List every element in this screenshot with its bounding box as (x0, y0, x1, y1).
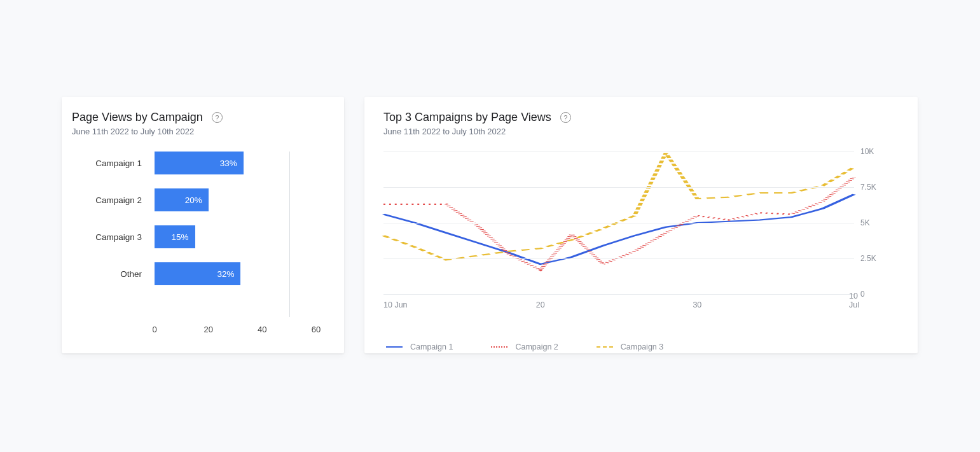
bar-category-label: Campaign 1 (72, 159, 148, 168)
line-chart-title: Top 3 Campaigns by Page Views (383, 111, 551, 124)
x-tick-label: 20 (536, 300, 545, 309)
bar-category-label: Other (72, 269, 148, 279)
series-line (383, 177, 854, 270)
bar-x-tick: 40 (258, 325, 266, 334)
bar-category-label: Campaign 3 (72, 232, 148, 242)
legend-label: Campaign 3 (621, 343, 663, 351)
help-icon[interactable]: ? (560, 112, 571, 123)
legend-item-campaign-3: Campaign 3 (597, 343, 663, 351)
y-tick-label: 5K (860, 218, 892, 227)
line-chart-header: Top 3 Campaigns by Page Views ? (383, 111, 899, 124)
line-chart-plot-area: 02.5K5K7.5K10K10 Jun203010 Jul (383, 152, 899, 317)
bar-x-tick: 60 (312, 325, 321, 334)
bar-row: Campaign 315% (155, 225, 316, 248)
grid-line (383, 152, 854, 152)
line-chart-card: Top 3 Campaigns by Page Views ? June 11t… (364, 97, 918, 353)
legend-label: Campaign 2 (515, 343, 558, 351)
bar-chart-header: Page Views by Campaign ? (72, 111, 334, 124)
bar-chart-subtitle: June 11th 2022 to July 10th 2022 (72, 127, 334, 136)
grid-line (383, 294, 854, 295)
legend-swatch (491, 346, 507, 348)
y-tick-label: 2.5K (860, 254, 892, 263)
grid-line (383, 258, 854, 259)
legend-swatch (597, 346, 613, 348)
series-line (383, 153, 854, 260)
legend-swatch (386, 346, 403, 348)
bar-row: Other32% (155, 262, 316, 285)
x-tick-label: 10 Jul (849, 292, 859, 309)
series-line (383, 194, 854, 264)
bar-chart-x-ticks: 0204060 (155, 325, 316, 337)
bar-fill: 20% (155, 188, 209, 211)
line-chart-subtitle: June 11th 2022 to July 10th 2022 (383, 127, 899, 136)
legend-item-campaign-1: Campaign 1 (386, 343, 453, 351)
y-tick-label: 7.5K (860, 183, 892, 192)
legend-item-campaign-2: Campaign 2 (491, 343, 558, 351)
bar-x-tick: 0 (152, 325, 156, 334)
help-icon[interactable]: ? (212, 112, 223, 123)
grid-line (383, 187, 854, 188)
bar-fill: 32% (155, 262, 240, 285)
bar-chart-card: Page Views by Campaign ? June 11th 2022 … (62, 97, 344, 353)
grid-line (383, 223, 854, 223)
bar-fill: 33% (155, 152, 244, 174)
line-chart-plot: 02.5K5K7.5K10K10 Jun203010 Jul (383, 152, 854, 294)
bar-fill: 15% (155, 225, 195, 248)
y-tick-label: 0 (860, 290, 892, 299)
bar-category-label: Campaign 2 (72, 195, 148, 205)
bar-x-tick: 20 (204, 325, 212, 334)
bar-chart-plot: Campaign 133%Campaign 220%Campaign 315%O… (155, 152, 316, 317)
bar-chart-title: Page Views by Campaign (72, 111, 203, 124)
bar-row: Campaign 220% (155, 188, 316, 211)
x-tick-label: 10 Jun (383, 300, 408, 309)
x-tick-label: 30 (693, 300, 701, 309)
bar-row: Campaign 133% (155, 152, 316, 174)
line-chart-legend: Campaign 1 Campaign 2 Campaign 3 (383, 343, 899, 351)
y-tick-label: 10K (860, 147, 892, 156)
bar-chart-plot-area: Campaign 133%Campaign 220%Campaign 315%O… (72, 152, 334, 343)
legend-label: Campaign 1 (410, 343, 453, 351)
